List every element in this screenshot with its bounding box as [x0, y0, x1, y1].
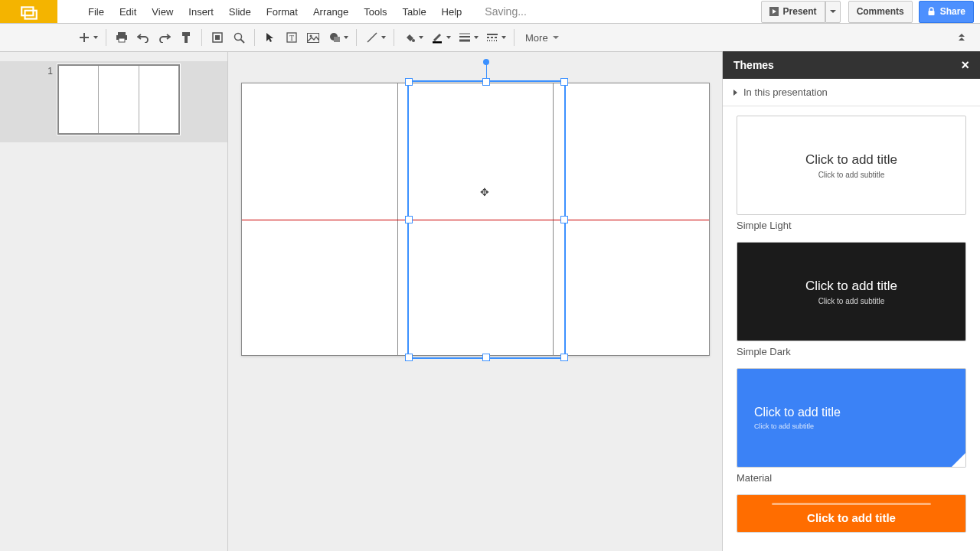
move-cursor-icon: ✥ — [480, 186, 489, 198]
share-button[interactable]: Share — [919, 1, 974, 23]
share-label: Share — [940, 6, 965, 17]
svg-rect-4 — [928, 11, 934, 15]
theme-orange[interactable]: Click to add title — [737, 494, 966, 533]
menu-arrange[interactable]: Arrange — [305, 0, 356, 23]
line-tool[interactable] — [361, 28, 383, 47]
menu-format[interactable]: Format — [259, 0, 305, 23]
line-dash-button[interactable] — [482, 28, 503, 47]
theme-preview-title: Click to add title — [805, 279, 897, 294]
svg-marker-14 — [266, 33, 273, 42]
svg-line-21 — [368, 33, 377, 42]
theme-preview-subtitle: Click to add subtitle — [818, 297, 885, 305]
redo-button[interactable] — [154, 28, 175, 47]
fill-color-button[interactable] — [399, 28, 420, 47]
theme-name: Simple Dark — [737, 346, 966, 357]
resize-handle-ml[interactable] — [405, 216, 413, 223]
svg-rect-5 — [118, 32, 126, 35]
textbox-tool[interactable]: T — [281, 28, 302, 47]
app-logo[interactable] — [0, 0, 57, 23]
separator — [356, 29, 357, 46]
lock-icon — [927, 7, 936, 16]
menu-file[interactable]: File — [80, 0, 112, 23]
resize-handle-mr[interactable] — [560, 216, 568, 223]
themes-list: Click to add title Click to add subtitle… — [723, 106, 980, 551]
corner-fold-icon — [952, 453, 965, 467]
menu-insert[interactable]: Insert — [181, 0, 221, 23]
resize-handle-tl[interactable] — [405, 78, 413, 86]
line-caret-icon[interactable] — [381, 36, 386, 39]
theme-preview: Click to add title Click to add subtitle — [737, 242, 966, 341]
resize-handle-tr[interactable] — [560, 78, 568, 86]
slide-canvas[interactable]: ✥ — [241, 83, 710, 356]
more-button[interactable]: More — [519, 32, 565, 44]
menu-items: File Edit View Insert Slide Format Arran… — [80, 0, 527, 23]
present-button[interactable]: Present — [761, 1, 825, 23]
svg-rect-7 — [119, 38, 125, 42]
menu-table[interactable]: Table — [395, 0, 434, 23]
line-dash-caret-icon[interactable] — [501, 36, 506, 39]
menu-slide[interactable]: Slide — [221, 0, 259, 23]
svg-rect-8 — [182, 32, 190, 36]
svg-point-12 — [234, 33, 241, 40]
zoom-button[interactable] — [228, 28, 250, 47]
selected-shape[interactable]: ✥ — [407, 80, 566, 359]
fill-caret-icon[interactable] — [419, 36, 423, 39]
line-color-button[interactable] — [426, 28, 448, 47]
svg-point-18 — [310, 34, 312, 37]
theme-simple-light[interactable]: Click to add title Click to add subtitle… — [737, 116, 966, 231]
theme-preview-subtitle: Click to add subtitle — [754, 422, 814, 430]
canvas-area[interactable]: ✥ — [228, 52, 722, 551]
svg-text:T: T — [289, 34, 294, 42]
new-slide-button[interactable] — [74, 28, 95, 47]
present-label: Present — [783, 6, 817, 17]
print-button[interactable] — [111, 28, 132, 47]
theme-preview-title: Click to add title — [807, 511, 896, 524]
new-slide-caret-icon[interactable] — [93, 36, 98, 39]
comments-button[interactable]: Comments — [848, 1, 913, 23]
shape-caret-icon[interactable] — [344, 36, 348, 39]
resize-handle-br[interactable] — [560, 354, 568, 361]
menu-tools[interactable]: Tools — [356, 0, 394, 23]
svg-rect-9 — [185, 36, 188, 43]
resize-handle-bl[interactable] — [405, 354, 413, 361]
theme-preview-title: Click to add title — [805, 152, 897, 168]
menu-edit[interactable]: Edit — [112, 0, 144, 23]
theme-accent-rule — [772, 503, 932, 505]
theme-simple-dark[interactable]: Click to add title Click to add subtitle… — [737, 242, 966, 357]
line-weight-button[interactable] — [454, 28, 475, 47]
shape-tool[interactable] — [324, 28, 345, 47]
menu-bar: File Edit View Insert Slide Format Arran… — [0, 0, 980, 24]
undo-button[interactable] — [132, 28, 154, 47]
resize-handle-bm[interactable] — [482, 354, 490, 361]
themes-panel: Themes × In this presentation Click to a… — [722, 52, 980, 551]
comments-label: Comments — [857, 6, 904, 17]
zoom-fit-button[interactable] — [207, 28, 228, 47]
paint-format-button[interactable] — [175, 28, 197, 47]
rotation-line — [486, 64, 487, 79]
thumbnail-item[interactable]: 1 — [0, 61, 227, 142]
close-themes-button[interactable]: × — [961, 58, 969, 72]
menu-view[interactable]: View — [144, 0, 181, 23]
collapse-toolbar-button[interactable] — [951, 32, 972, 44]
menu-help[interactable]: Help — [434, 0, 470, 23]
play-icon — [769, 7, 779, 16]
thumbnail-preview — [57, 64, 180, 135]
chevron-up-icon — [959, 34, 965, 41]
themes-section-header[interactable]: In this presentation — [723, 79, 980, 106]
present-dropdown[interactable] — [825, 1, 841, 23]
workspace: 1 ✥ — [0, 52, 980, 551]
theme-material[interactable]: Click to add title Click to add subtitle… — [737, 368, 966, 484]
resize-handle-tm[interactable] — [482, 78, 490, 86]
svg-rect-23 — [433, 41, 442, 44]
caret-down-icon — [553, 36, 559, 39]
slide-thumbnails: 1 — [0, 52, 228, 551]
caret-down-icon — [830, 10, 836, 13]
more-label: More — [525, 32, 548, 44]
header-actions: Present Comments Share — [761, 0, 980, 23]
select-tool[interactable] — [260, 28, 281, 47]
image-tool[interactable] — [302, 28, 324, 47]
rotation-handle[interactable] — [483, 59, 489, 65]
line-weight-caret-icon[interactable] — [474, 36, 479, 39]
line-color-caret-icon[interactable] — [446, 36, 451, 39]
theme-preview: Click to add title Click to add subtitle — [737, 368, 966, 468]
